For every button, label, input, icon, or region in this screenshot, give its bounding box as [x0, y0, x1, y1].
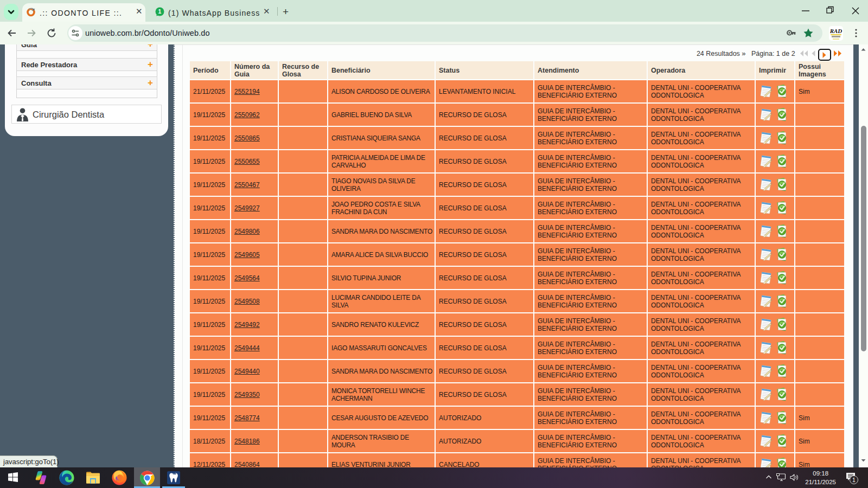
- svg-text:1: 1: [158, 8, 162, 15]
